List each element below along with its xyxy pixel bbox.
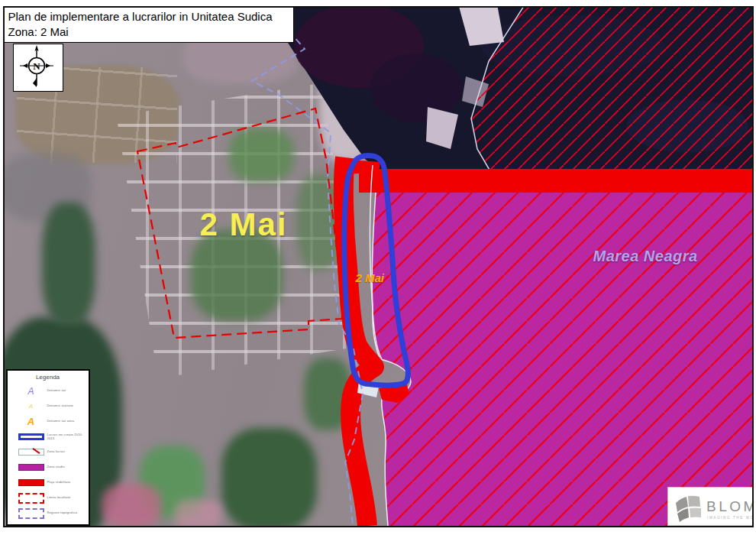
legend-item: A Denumiri sat zona [8, 414, 89, 430]
letter-a-orange-icon: A [27, 416, 34, 427]
legend-item: Plaja reabilitata [8, 475, 89, 491]
blom-logo-text: BLOM [706, 498, 753, 514]
legend-item-label: Regiune topografica [47, 511, 78, 514]
coast-zone-label: 2 Mai [356, 271, 385, 284]
legend-item: Lucrari noi create 2010-2013 [8, 430, 89, 445]
rect-red-icon [18, 479, 44, 486]
blom-logo-box: BLOM IMAGING THE WORLD [667, 487, 754, 526]
legend-item: Zona studiu [8, 460, 89, 475]
north-arrow-box: N [13, 44, 63, 92]
north-letter: N [33, 60, 40, 72]
legend-item-label: Plaja reabilitata [47, 481, 71, 484]
north-arrow-icon: N [14, 44, 60, 89]
study-zone-sea-hatched [471, 6, 754, 171]
map-title-line2: Zona: 2 Mai [8, 24, 289, 40]
legend-title: Legenda [8, 374, 89, 381]
map-title-line1: Plan de implementare a lucrarilor in Uni… [8, 9, 289, 24]
legend-item: A Denumiri statiune [8, 399, 89, 414]
letter-a-yellow-icon: A [29, 403, 33, 410]
blom-logo-icon: BLOM IMAGING THE WORLD [668, 488, 753, 525]
map-title-box: Plan de implementare a lucrarilor in Uni… [4, 7, 294, 44]
letter-a-purple-icon: A [27, 386, 34, 397]
village-name-label: 2 Mai [200, 206, 288, 243]
legend-item-label: Denumiri sat [47, 389, 66, 392]
legend-item-label: Limita localitate [47, 496, 71, 499]
legend-item-label: Lucrari noi create 2010-2013 [47, 433, 89, 440]
map-sheet: 2 Mai 2 Mai Marea Neagra Plan de impleme… [0, 0, 756, 535]
legend-item-label: Zona studiu [47, 465, 65, 469]
map-overlay-graphics [3, 6, 754, 527]
blom-logo-tagline: IMAGING THE WORLD [707, 516, 753, 520]
legend-item: Zona lucrari [8, 445, 89, 460]
legend-item-label: Denumiri sat zona [47, 420, 75, 423]
red-works-band [359, 169, 754, 193]
legend-item: A Denumiri sat [8, 384, 89, 399]
map-frame: 2 Mai 2 Mai Marea Neagra Plan de impleme… [3, 6, 754, 527]
deep-water-patch [370, 54, 462, 122]
rect-blue-dashed-icon [18, 508, 44, 519]
legend-item: Regiune topografica [8, 506, 89, 521]
magenta-zone-hatch [372, 193, 754, 526]
legend-box: Legenda A Denumiri sat A Denumiri statiu… [6, 369, 90, 526]
legend-item-label: Zona lucrari [47, 450, 66, 453]
legend-item-label: Denumiri statiune [47, 404, 74, 407]
rect-white-redline-icon [18, 449, 44, 456]
rect-red-dashed-icon [18, 493, 44, 504]
sea-name-label: Marea Neagra [593, 248, 698, 265]
legend-item: Limita localitate [8, 491, 89, 506]
rect-blue-outline-icon [18, 433, 44, 440]
rect-magenta-icon [18, 464, 44, 471]
